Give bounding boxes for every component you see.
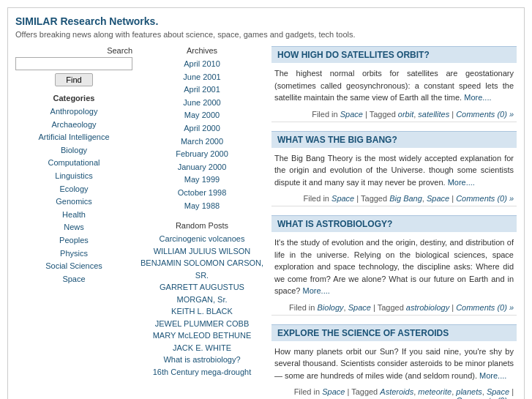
archive-apr2000[interactable]: April 2000 (140, 122, 264, 135)
rp-astrobiology[interactable]: What is astrobiology? (140, 354, 264, 366)
archive-apr2001[interactable]: April 2001 (140, 83, 264, 97)
rp-bethune[interactable]: MARY McLEOD BETHUNE (140, 329, 264, 342)
meta-space-0[interactable]: Space (340, 110, 363, 119)
comments-2[interactable]: Comments (0) » (456, 303, 514, 312)
tag-orbit[interactable]: orbit (398, 110, 413, 119)
cat-social-sciences[interactable]: Social Sciences (45, 261, 102, 270)
archive-may1999[interactable]: May 1999 (140, 174, 264, 187)
categories-title: Categories (15, 94, 132, 102)
archive-may2000[interactable]: May 2000 (140, 109, 264, 122)
find-button[interactable]: Find (55, 73, 92, 86)
cat-genomics[interactable]: Genomics (56, 197, 92, 206)
post-body-bigbang: The Big Bang Theory is the most widely a… (271, 152, 517, 189)
post-body-astrobiology: It's the study of evolution and the orig… (271, 236, 517, 297)
tag-planets[interactable]: planets (456, 387, 482, 396)
archive-mar2000[interactable]: March 2000 (140, 135, 264, 149)
comments-0[interactable]: Comments (0) » (456, 110, 514, 119)
cat-physics[interactable]: Physics (60, 249, 88, 258)
cat-computational[interactable]: Computational (48, 158, 100, 167)
post-more-astrobiology[interactable]: More.... (303, 286, 330, 295)
cat-space[interactable]: Space (62, 275, 85, 283)
rp-morgan[interactable]: GARRETT AUGUSTUS MORGAN, Sr. (140, 281, 264, 305)
meta-space-2[interactable]: Space (348, 303, 371, 312)
archive-may1988[interactable]: May 1988 (140, 200, 264, 213)
post-asteroids: EXPLORE THE SCIENCE OF ASTEROIDS How man… (271, 324, 517, 400)
post-title-bigbang: WHAT WAS THE BIG BANG? (271, 131, 517, 148)
archives-title: Archives (140, 46, 264, 55)
tag-bigbang[interactable]: Big Bang (389, 194, 422, 203)
post-meta-bigbang: Filed in Space | Tagged Big Bang, Space … (271, 191, 517, 206)
rp-black[interactable]: KEITH L. BLACK (140, 305, 264, 318)
rp-drought[interactable]: 16th Century mega-drought (140, 366, 264, 379)
post-body-asteroids: How many planets orbit our Sun? If you s… (271, 346, 517, 382)
post-meta-asteroids: Filed in Space | Tagged Asteroids, meteo… (271, 384, 517, 399)
cat-health[interactable]: Health (62, 210, 86, 219)
tag-satellites[interactable]: satellites (418, 110, 449, 119)
post-meta-satellites: Filed in Space | Tagged orbit, satellite… (271, 107, 517, 122)
tag-space-3[interactable]: Space (487, 387, 509, 396)
search-label: Search (15, 46, 132, 55)
cat-linguistics[interactable]: Linguistics (55, 171, 92, 180)
meta-space-3[interactable]: Space (322, 387, 345, 396)
post-body-satellites: The highest normal orbits for satellites… (271, 67, 517, 104)
archive-apr2010[interactable]: April 2010 (140, 58, 264, 71)
post-more-bigbang[interactable]: More.... (448, 178, 475, 187)
archive-jan2000[interactable]: January 2000 (140, 161, 264, 174)
post-more-satellites[interactable]: More.... (464, 93, 491, 102)
meta-space-1[interactable]: Space (331, 194, 354, 203)
cat-anthropology[interactable]: Anthropology (50, 107, 98, 116)
archive-jun2001[interactable]: June 2001 (140, 71, 264, 84)
cat-biology[interactable]: Biology (61, 146, 87, 154)
post-meta-astrobiology: Filed in Biology, Space | Tagged astrobi… (271, 300, 517, 316)
tag-astrobiology[interactable]: astrobiology (406, 303, 449, 312)
archive-jun2000[interactable]: June 2000 (140, 97, 264, 110)
rp-wilson[interactable]: WILLIAM JULIUS WILSON (140, 245, 264, 258)
archive-feb2000[interactable]: February 2000 (140, 148, 264, 161)
post-astrobiology: WHAT IS ASTROBIOLOGY? It's the study of … (271, 215, 517, 316)
comments-3[interactable]: Comments (0) » (456, 396, 514, 399)
rp-white[interactable]: JACK E. WHITE (140, 342, 264, 354)
rp-plummer[interactable]: JEWEL PLUMMER COBB (140, 318, 264, 330)
post-satellites: HOW HIGH DO SATELLITES ORBIT? The highes… (271, 46, 517, 122)
cat-archaeology[interactable]: Archaeology (51, 120, 96, 129)
cat-peoples[interactable]: Peoples (59, 236, 89, 245)
post-more-asteroids[interactable]: More.... (479, 371, 506, 380)
cat-ecology[interactable]: Ecology (59, 184, 88, 193)
post-title-astrobiology: WHAT IS ASTROBIOLOGY? (271, 215, 517, 232)
rp-volcanoes[interactable]: Carcinogenic volcanoes (140, 233, 264, 245)
categories-list: Anthropology Archaeology Artificial Inte… (15, 105, 132, 286)
tag-space-1[interactable]: Space (427, 194, 449, 203)
cat-ai[interactable]: Artificial Intelligence (38, 133, 109, 141)
meta-biology[interactable]: Biology (318, 303, 344, 312)
post-bigbang: WHAT WAS THE BIG BANG? The Big Bang Theo… (271, 131, 517, 207)
search-input[interactable] (15, 57, 132, 70)
cat-news[interactable]: News (64, 223, 84, 231)
content-area: HOW HIGH DO SATELLITES ORBIT? The highes… (271, 46, 517, 399)
archive-oct1998[interactable]: October 1998 (140, 187, 264, 200)
tag-asteroids[interactable]: Asteroids (380, 387, 413, 396)
random-posts-title: Random Posts (140, 221, 264, 230)
site-subtitle: Offers breaking news along with features… (15, 30, 517, 39)
post-title-asteroids: EXPLORE THE SCIENCE OF ASTEROIDS (271, 324, 517, 341)
rp-solomon[interactable]: BENJAMIN SOLOMON CARSON, SR. (140, 257, 264, 281)
site-title: SIMILAR Research Networks. (15, 15, 517, 27)
post-title-satellites: HOW HIGH DO SATELLITES ORBIT? (271, 46, 517, 63)
tag-meteorite[interactable]: meteorite (418, 387, 452, 396)
comments-1[interactable]: Comments (0) » (456, 194, 514, 203)
